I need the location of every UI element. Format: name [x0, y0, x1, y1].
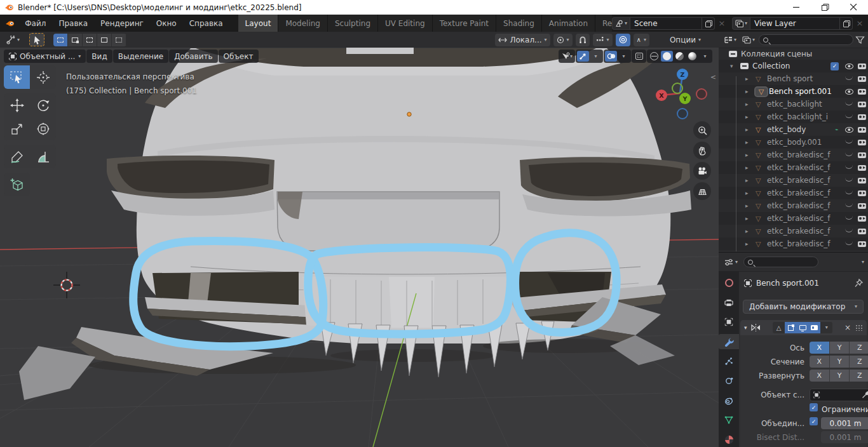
- gizmos-dropdown[interactable]: ▾: [590, 51, 602, 62]
- hide-toggle[interactable]: [843, 154, 855, 156]
- camera-view-button[interactable]: [693, 162, 711, 180]
- bisect-x-button[interactable]: X: [810, 356, 830, 368]
- tool-cursor[interactable]: [30, 65, 56, 89]
- scene-name-field[interactable]: Scene: [630, 17, 702, 30]
- tab-modifier-properties[interactable]: [719, 334, 739, 349]
- outliner-search-input[interactable]: [759, 34, 853, 45]
- close-button[interactable]: [839, 0, 868, 15]
- mirror-object-field[interactable]: [810, 389, 868, 401]
- collection-checkbox[interactable]: ✓: [831, 62, 839, 70]
- unlink-scene-button[interactable]: ×: [715, 17, 729, 30]
- expand-arrow-icon[interactable]: ▸: [745, 126, 756, 133]
- render-toggle[interactable]: [855, 114, 868, 120]
- mode-dropdown[interactable]: Объектный ... ▾: [4, 50, 86, 63]
- outliner-row[interactable]: ▸ ▽ etkc_brakedisc_f: [719, 212, 868, 225]
- bisect-z-button[interactable]: Z: [850, 356, 868, 368]
- render-toggle[interactable]: [855, 203, 868, 209]
- tab-material-properties[interactable]: [720, 432, 738, 447]
- tab-physics-properties[interactable]: [720, 373, 738, 389]
- zoom-button[interactable]: [693, 121, 711, 139]
- hide-toggle[interactable]: [843, 77, 855, 80]
- expand-arrow-icon[interactable]: ▸: [745, 76, 756, 82]
- shading-wireframe-button[interactable]: [648, 51, 660, 62]
- expand-arrow-icon[interactable]: ▾: [730, 63, 740, 69]
- hide-toggle[interactable]: [843, 116, 855, 118]
- snap-target-dropdown[interactable]: ▾: [593, 34, 613, 46]
- restore-button[interactable]: [811, 0, 839, 15]
- render-toggle[interactable]: [855, 140, 868, 145]
- outliner-row[interactable]: ▸ ▽ Bench sport: [719, 72, 868, 85]
- expand-arrow-icon[interactable]: ▸: [745, 215, 756, 222]
- menu-add[interactable]: Добавить: [169, 50, 217, 63]
- transform-orientation-dropdown[interactable]: Локал...▾: [495, 34, 550, 46]
- outliner-row[interactable]: ▸ ▽ etkc_body ⌁: [719, 123, 868, 136]
- expand-arrow-icon[interactable]: ▸: [745, 139, 756, 145]
- gizmos-toggle[interactable]: [577, 51, 589, 62]
- select-mode-new[interactable]: [53, 34, 68, 46]
- flip-x-button[interactable]: X: [810, 370, 830, 382]
- view-layer-name-field[interactable]: View Layer: [750, 17, 840, 30]
- expand-arrow-icon[interactable]: ▸: [745, 114, 756, 120]
- bisect-distance-field[interactable]: 0.001 m: [821, 431, 868, 443]
- outliner-row-active[interactable]: ▸ ▽ Bench sport.001: [719, 85, 868, 98]
- object-visibility-dropdown[interactable]: ▾: [560, 51, 574, 62]
- tab-data-properties[interactable]: [720, 412, 738, 427]
- render-toggle[interactable]: [855, 229, 868, 234]
- tab-modeling[interactable]: Modeling: [278, 15, 328, 32]
- bisect-y-button[interactable]: Y: [830, 356, 850, 368]
- display-on-cage-toggle[interactable]: △: [773, 322, 785, 333]
- proportional-falloff-dropdown[interactable]: ∧▾: [634, 34, 649, 46]
- navigation-gizmo[interactable]: Z X Y: [651, 65, 710, 124]
- render-toggle[interactable]: [855, 127, 868, 133]
- tool-add-cube[interactable]: [4, 173, 30, 196]
- hide-toggle[interactable]: [843, 217, 855, 220]
- minimize-button[interactable]: [782, 0, 811, 15]
- select-mode-intersect[interactable]: [112, 34, 126, 46]
- select-mode-extend[interactable]: [68, 34, 83, 46]
- proportional-editing-toggle[interactable]: [616, 34, 630, 46]
- expand-arrow-icon[interactable]: ▸: [745, 228, 756, 234]
- axis-y-button[interactable]: Y: [830, 342, 850, 354]
- render-toggle[interactable]: [855, 152, 868, 158]
- expand-arrow-icon[interactable]: ▾: [744, 325, 747, 331]
- hide-toggle[interactable]: [843, 103, 855, 105]
- display-realtime-toggle[interactable]: [797, 322, 809, 333]
- flip-y-button[interactable]: Y: [830, 370, 850, 382]
- tool-transform[interactable]: [30, 117, 56, 140]
- expand-arrow-icon[interactable]: ▸: [745, 101, 756, 107]
- tool-measure[interactable]: [30, 145, 56, 168]
- outliner-display-mode-button[interactable]: ▾: [740, 34, 757, 46]
- drag-handle-icon[interactable]: [855, 324, 863, 331]
- outliner-editor-type-button[interactable]: ▾: [722, 34, 738, 46]
- shading-dropdown[interactable]: ▾: [699, 51, 711, 62]
- tab-shading[interactable]: Shading: [496, 15, 542, 32]
- tab-texture-paint[interactable]: Texture Paint: [433, 15, 496, 32]
- properties-search-input[interactable]: [743, 257, 818, 267]
- menu-help[interactable]: Справка: [183, 15, 229, 32]
- tool-select-box[interactable]: [4, 65, 30, 89]
- new-scene-button[interactable]: [702, 17, 715, 30]
- expand-arrow-icon[interactable]: ▸: [745, 203, 756, 209]
- merge-threshold-field[interactable]: 0.001 m: [821, 417, 868, 429]
- hide-toggle[interactable]: [843, 204, 855, 207]
- render-toggle[interactable]: [855, 76, 868, 82]
- tool-annotate[interactable]: [4, 145, 30, 168]
- expand-arrow-icon[interactable]: ▸: [745, 241, 756, 247]
- blender-logo-icon[interactable]: [5, 18, 15, 29]
- outliner-row[interactable]: ▸ ▽ etkc_body.001: [719, 136, 868, 149]
- outliner-row[interactable]: ▸ ▽ etkc_backlight_i: [719, 110, 868, 123]
- tab-object-properties[interactable]: [720, 315, 738, 330]
- menu-object[interactable]: Объект: [219, 50, 259, 63]
- tab-sculpting[interactable]: Sculpting: [328, 15, 378, 32]
- expand-arrow-icon[interactable]: ▸: [745, 177, 756, 183]
- display-edit-mode-toggle[interactable]: [785, 322, 797, 333]
- editor-type-button[interactable]: ▾: [4, 36, 22, 44]
- pin-icon[interactable]: [855, 279, 863, 288]
- outliner-row[interactable]: ▸ ▽ etkc_brakedisc_f: [719, 225, 868, 237]
- pan-button[interactable]: [693, 142, 711, 159]
- render-toggle[interactable]: [855, 178, 868, 183]
- modifier-extras-dropdown[interactable]: ▾: [820, 322, 832, 333]
- overlays-dropdown[interactable]: ▾: [618, 51, 630, 62]
- tab-uv-editing[interactable]: UV Editing: [378, 15, 433, 32]
- display-render-toggle[interactable]: [809, 322, 821, 333]
